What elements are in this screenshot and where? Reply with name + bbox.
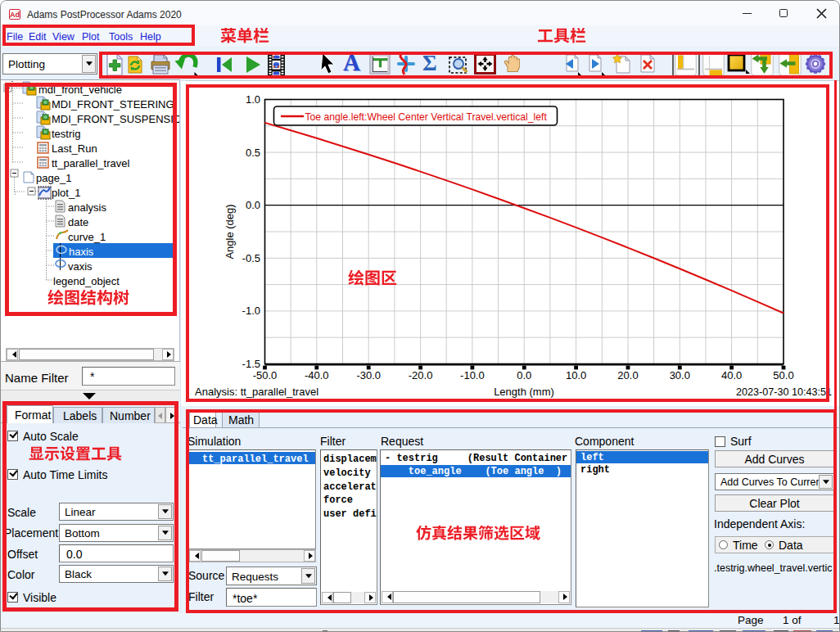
svg-text:2023-07-30 10:43:51: 2023-07-30 10:43:51	[736, 386, 832, 398]
svg-text:-1.0: -1.0	[242, 305, 260, 317]
svg-text:1.0: 1.0	[246, 93, 260, 106]
svg-text:50.0: 50.0	[773, 369, 793, 381]
svg-text:0.5: 0.5	[246, 147, 260, 159]
svg-text:-1.5: -1.5	[242, 358, 260, 370]
svg-text:20.0: 20.0	[617, 369, 638, 381]
svg-text:0.0: 0.0	[246, 199, 260, 211]
svg-text:-0.5: -0.5	[242, 252, 260, 264]
svg-text:40.0: 40.0	[721, 369, 742, 381]
svg-text:Angle (deg): Angle (deg)	[224, 204, 236, 259]
svg-text:10.0: 10.0	[566, 369, 586, 381]
svg-text:Length (mm): Length (mm)	[494, 386, 554, 398]
svg-text:30.0: 30.0	[670, 369, 690, 381]
svg-text:Analysis: tt_parallel_travel: Analysis: tt_parallel_travel	[195, 386, 318, 398]
svg-text:Toe angle.left:Wheel Center Ve: Toe angle.left:Wheel Center Vertical Tra…	[305, 111, 548, 123]
svg-text:-30.0: -30.0	[356, 369, 381, 381]
svg-text:-10.0: -10.0	[460, 369, 485, 381]
svg-text:-20.0: -20.0	[409, 369, 433, 381]
svg-text:-50.0: -50.0	[253, 369, 278, 381]
svg-text:0.0: 0.0	[517, 369, 531, 381]
svg-text:-40.0: -40.0	[305, 369, 329, 381]
